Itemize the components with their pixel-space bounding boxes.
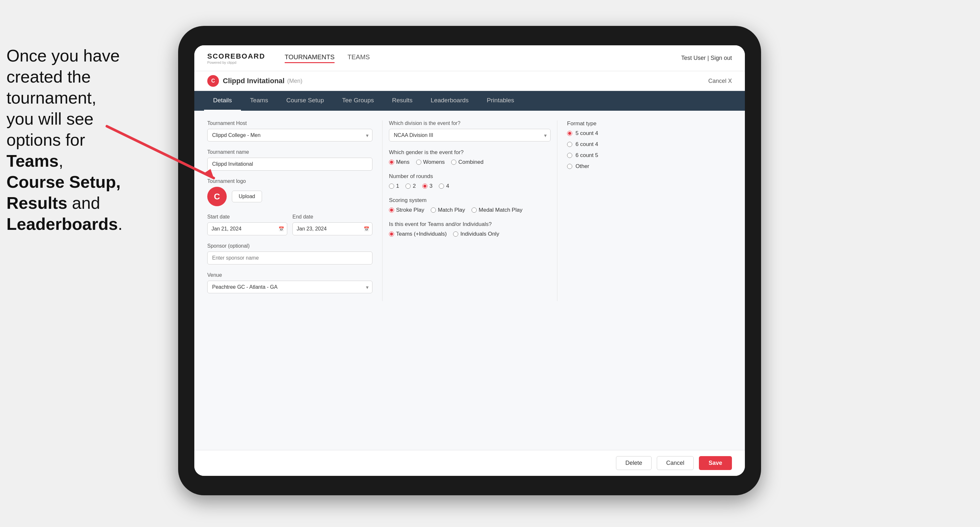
sponsor-input[interactable] <box>207 252 372 265</box>
action-bar: Delete Cancel Save <box>194 450 745 476</box>
gender-radio-group: Mens Womens Combined <box>389 159 550 165</box>
col-mid: Which division is the event for? NCAA Di… <box>382 121 557 301</box>
nav-tournaments[interactable]: TOURNAMENTS <box>285 53 334 63</box>
teams-individuals-radio[interactable] <box>453 232 458 237</box>
division-select[interactable]: NCAA Division III <box>389 129 550 141</box>
scoring-stroke-label: Stroke Play <box>396 207 424 213</box>
logo-sub: Powered by clippd <box>207 60 265 64</box>
nav-links: TOURNAMENTS TEAMS <box>285 53 681 63</box>
gender-combined-radio[interactable] <box>451 160 456 165</box>
start-date-input[interactable] <box>207 222 287 235</box>
gender-mens-label: Mens <box>396 159 410 165</box>
tab-teams[interactable]: Teams <box>241 91 277 111</box>
gender-mens-radio[interactable] <box>389 160 394 165</box>
tab-printables[interactable]: Printables <box>478 91 523 111</box>
end-date-input[interactable] <box>293 222 372 235</box>
name-input[interactable] <box>207 158 372 171</box>
logo-title: SCOREBOARD <box>207 52 265 60</box>
scoring-match-radio[interactable] <box>431 208 436 213</box>
gender-group: Which gender is the event for? Mens Wome… <box>389 149 550 165</box>
nav-teams[interactable]: TEAMS <box>347 53 370 63</box>
main-content: Tournament Host Clippd College - Men Tou… <box>194 111 745 450</box>
rounds-3-radio[interactable] <box>422 184 428 189</box>
format-6count4[interactable]: 6 count 4 <box>567 141 732 148</box>
format-6count5[interactable]: 6 count 5 <box>567 152 732 159</box>
scoring-stroke[interactable]: Stroke Play <box>389 207 424 213</box>
content-grid: Tournament Host Clippd College - Men Tou… <box>207 121 732 301</box>
tab-leaderboards[interactable]: Leaderboards <box>422 91 478 111</box>
teams-combined[interactable]: Teams (+Individuals) <box>389 231 447 237</box>
scoring-medal-radio[interactable] <box>471 208 477 213</box>
tournament-subtitle: (Men) <box>287 78 302 84</box>
format-6count4-label: 6 count 4 <box>576 141 598 148</box>
teams-individuals[interactable]: Individuals Only <box>453 231 499 237</box>
rounds-2-label: 2 <box>413 183 415 189</box>
host-select[interactable]: Clippd College - Men <box>207 129 372 141</box>
logo-group: Tournament logo C Upload <box>207 178 372 206</box>
teams-radio-group: Teams (+Individuals) Individuals Only <box>389 231 550 237</box>
format-5count4-label: 5 count 4 <box>576 130 598 137</box>
format-5count4-radio[interactable] <box>567 131 572 136</box>
tab-course-setup[interactable]: Course Setup <box>277 91 333 111</box>
tab-results[interactable]: Results <box>383 91 422 111</box>
scoring-match-label: Match Play <box>438 207 465 213</box>
start-date-label: Start date <box>207 214 287 220</box>
name-label: Tournament name <box>207 149 372 155</box>
format-6count5-radio[interactable] <box>567 153 572 158</box>
rounds-1[interactable]: 1 <box>389 183 399 189</box>
format-5count4[interactable]: 5 count 4 <box>567 130 732 137</box>
division-select-wrap: NCAA Division III <box>389 129 550 141</box>
format-radio-group: 5 count 4 6 count 4 6 count 5 <box>567 130 732 170</box>
tournament-icon: C <box>207 75 219 87</box>
tablet-screen: SCOREBOARD Powered by clippd TOURNAMENTS… <box>194 45 745 476</box>
format-6count5-label: 6 count 5 <box>576 152 598 159</box>
rounds-label: Number of rounds <box>389 173 550 179</box>
teams-combined-radio[interactable] <box>389 232 394 237</box>
host-label: Tournament Host <box>207 121 372 126</box>
gender-combined[interactable]: Combined <box>451 159 484 165</box>
cancel-top-button[interactable]: Cancel X <box>708 78 732 84</box>
rounds-2[interactable]: 2 <box>406 183 415 189</box>
scoring-radio-group: Stroke Play Match Play Medal Match Play <box>389 207 550 213</box>
upload-button[interactable]: Upload <box>232 190 262 202</box>
gender-mens[interactable]: Mens <box>389 159 410 165</box>
rounds-4-radio[interactable] <box>439 184 444 189</box>
scoring-label: Scoring system <box>389 197 550 204</box>
rounds-1-label: 1 <box>396 183 399 189</box>
venue-select-wrap: Peachtree GC - Atlanta - GA <box>207 281 372 293</box>
rounds-4[interactable]: 4 <box>439 183 449 189</box>
sponsor-group: Sponsor (optional) <box>207 243 372 265</box>
division-label: Which division is the event for? <box>389 121 550 126</box>
scoring-match[interactable]: Match Play <box>431 207 465 213</box>
rounds-4-label: 4 <box>446 183 449 189</box>
host-select-wrap: Clippd College - Men <box>207 129 372 141</box>
rounds-group: Number of rounds 1 2 <box>389 173 550 189</box>
format-other[interactable]: Other <box>567 163 732 170</box>
save-button[interactable]: Save <box>699 456 732 470</box>
date-row: Start date End date <box>207 214 372 235</box>
start-date-wrap <box>207 222 287 235</box>
venue-group: Venue Peachtree GC - Atlanta - GA <box>207 272 372 293</box>
teams-label: Is this event for Teams and/or Individua… <box>389 221 550 227</box>
tab-tee-groups[interactable]: Tee Groups <box>333 91 383 111</box>
scoring-stroke-radio[interactable] <box>389 208 394 213</box>
gender-womens-radio[interactable] <box>416 160 422 165</box>
rounds-1-radio[interactable] <box>389 184 394 189</box>
scoring-medal[interactable]: Medal Match Play <box>471 207 522 213</box>
gender-womens[interactable]: Womens <box>416 159 445 165</box>
user-info[interactable]: Test User | Sign out <box>681 55 732 62</box>
format-6count4-radio[interactable] <box>567 142 572 147</box>
instruction-text: Once you have created the tournament, yo… <box>0 45 139 235</box>
logo-preview: C <box>207 187 227 206</box>
rounds-radio-group: 1 2 3 4 <box>389 183 550 189</box>
cancel-button[interactable]: Cancel <box>657 456 694 470</box>
rounds-2-radio[interactable] <box>406 184 410 189</box>
division-group: Which division is the event for? NCAA Di… <box>389 121 550 141</box>
tab-details[interactable]: Details <box>204 91 241 111</box>
end-date-wrap <box>293 222 372 235</box>
format-other-radio[interactable] <box>567 164 572 169</box>
delete-button[interactable]: Delete <box>616 456 652 470</box>
rounds-3[interactable]: 3 <box>422 183 432 189</box>
rounds-3-label: 3 <box>430 183 432 189</box>
venue-select[interactable]: Peachtree GC - Atlanta - GA <box>207 281 372 293</box>
